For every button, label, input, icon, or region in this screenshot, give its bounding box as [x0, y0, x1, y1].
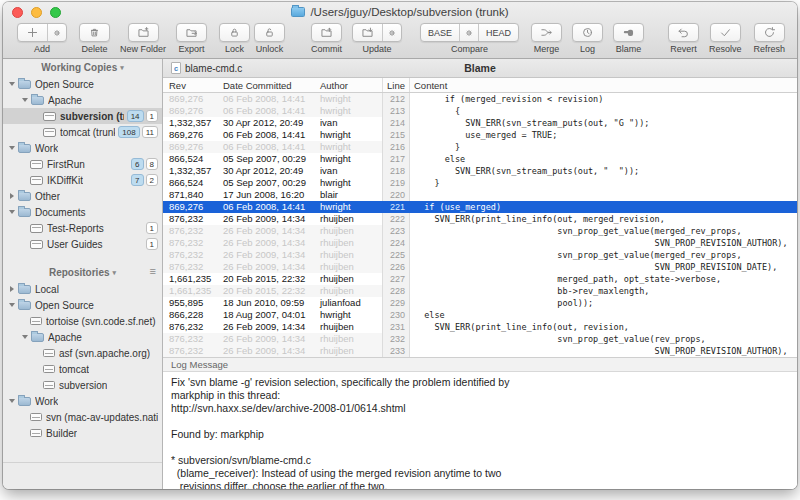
column-header-line[interactable]: Line [382, 78, 410, 92]
segment-head[interactable]: HEAD [478, 24, 518, 41]
folder-commit-icon[interactable] [312, 24, 341, 41]
repositories-item-work[interactable]: Work [3, 393, 162, 409]
blame-row-line-212[interactable]: 869,27606 Feb 2008, 14:41hwright212 if (… [163, 93, 797, 105]
merge-icon[interactable] [532, 24, 561, 41]
close-button[interactable] [12, 7, 23, 18]
working-copies-item-test-reports[interactable]: Test-Reports1 [3, 220, 162, 236]
blame-row-line-233[interactable]: 876,23226 Feb 2009, 14:34rhuijben233 SVN… [163, 345, 797, 357]
blame-row-line-226[interactable]: 876,23226 Feb 2009, 14:34rhuijben226 SVN… [163, 261, 797, 273]
refresh-icon[interactable] [755, 24, 784, 41]
repositories-item-svn-mac-av-updates-nati[interactable]: svn (mac-av-updates.nati… [3, 409, 162, 425]
toolbar-commit-button[interactable] [311, 23, 342, 42]
repositories-item-asf-svn-apache-org[interactable]: asf (svn.apache.org) [3, 345, 162, 361]
repositories-item-local[interactable]: Local [3, 281, 162, 297]
repositories-item-tomcat[interactable]: tomcat [3, 361, 162, 377]
blame-row-line-219[interactable]: 866,52405 Sep 2007, 00:29hwright219 } [163, 177, 797, 189]
blame-row-line-227[interactable]: 1,661,23520 Feb 2015, 22:32rhuijben227 m… [163, 273, 797, 285]
working-copies-item-documents[interactable]: Documents [3, 204, 162, 220]
undo-icon[interactable] [669, 24, 698, 41]
toolbar-new-folder-button[interactable] [128, 23, 159, 42]
blame-row-line-231[interactable]: 876,23226 Feb 2009, 14:34rhuijben231 SVN… [163, 321, 797, 333]
folder-export-icon[interactable] [177, 24, 206, 41]
blame-row-line-215[interactable]: 869,27606 Feb 2008, 14:41hwright215 use_… [163, 129, 797, 141]
toolbar-add-button[interactable] [17, 23, 67, 42]
gear-icon[interactable] [382, 24, 401, 41]
working-copies-item-user-guides[interactable]: User Guides1 [3, 236, 162, 252]
blame-row-line-221[interactable]: 869,27606 Feb 2008, 14:41hwright221 if (… [163, 201, 797, 213]
toolbar-export-button[interactable] [176, 23, 207, 42]
blame-row-line-214[interactable]: 1,332,35730 Apr 2012, 20:49ivan214 SVN_E… [163, 117, 797, 129]
disclosure-triangle[interactable] [9, 210, 15, 214]
blame-row-line-218[interactable]: 1,332,35730 Apr 2012, 20:49ivan218 SVN_E… [163, 165, 797, 177]
toolbar-log-button[interactable] [572, 23, 603, 42]
blame-row-line-213[interactable]: 869,27606 Feb 2008, 14:41hwright213 { [163, 105, 797, 117]
minimize-button[interactable] [31, 7, 42, 18]
repositories-item-subversion[interactable]: subversion [3, 377, 162, 393]
gear-icon[interactable] [459, 24, 478, 41]
repositories-item-tortoise-svn-code-sf-net[interactable]: tortoise (svn.code.sf.net) [3, 313, 162, 329]
unlock-icon[interactable] [255, 24, 284, 41]
hand-icon[interactable] [614, 24, 643, 41]
working-copies-item-other[interactable]: Other [3, 188, 162, 204]
blame-row-line-217[interactable]: 866,52405 Sep 2007, 00:29hwright217 else [163, 153, 797, 165]
working-copies-item-work[interactable]: Work [3, 140, 162, 156]
disclosure-triangle[interactable] [9, 303, 15, 307]
blame-row-line-229[interactable]: 955,89518 Jun 2010, 09:59julianfoad229 p… [163, 297, 797, 309]
working-copies-item-apache[interactable]: Apache [3, 92, 162, 108]
segment-base[interactable]: BASE [421, 24, 459, 41]
blame-row-line-232[interactable]: 876,23226 Feb 2009, 14:34rhuijben232 svn… [163, 333, 797, 345]
working-copies-item-subversion-trunk[interactable]: subversion (trunk)141 [3, 108, 162, 124]
toolbar-unlock-button[interactable] [254, 23, 285, 42]
disclosure-triangle[interactable] [9, 146, 15, 150]
folder-update-icon[interactable] [353, 24, 382, 41]
zoom-button[interactable] [50, 7, 61, 18]
toolbar-compare-button[interactable]: BASEHEAD [420, 23, 519, 42]
toolbar-revert-button[interactable] [668, 23, 699, 42]
disclosure-triangle[interactable] [10, 286, 14, 292]
repositories-item-open-source[interactable]: Open Source [3, 297, 162, 313]
clock-icon[interactable] [573, 24, 602, 41]
blame-row-line-220[interactable]: 871,84017 Jun 2008, 16:20blair220 [163, 189, 797, 201]
disclosure-triangle[interactable] [22, 98, 28, 102]
toolbar-lock-button[interactable] [219, 23, 250, 42]
count-badge: 11 [142, 126, 158, 138]
gear-icon[interactable] [47, 24, 66, 41]
disclosure-triangle[interactable] [9, 82, 15, 86]
column-header-date-committed[interactable]: Date Committed [221, 80, 318, 91]
blame-row-line-216[interactable]: 869,27606 Feb 2008, 14:41hwright216 } [163, 141, 797, 153]
tab-blame-cmd-c[interactable]: c blame-cmd.c [171, 62, 242, 74]
column-header-content[interactable]: Content [410, 80, 797, 91]
toolbar-update-button[interactable] [352, 23, 402, 42]
blame-row-line-224[interactable]: 876,23226 Feb 2009, 14:34rhuijben224 SVN… [163, 237, 797, 249]
repositories-item-apache[interactable]: Apache [3, 329, 162, 345]
working-copies-item-firstrun[interactable]: FirstRun68 [3, 156, 162, 172]
working-copies-item-ikdiffkit[interactable]: IKDiffKit72 [3, 172, 162, 188]
toolbar-blame-button[interactable] [613, 23, 644, 42]
column-header-rev[interactable]: Rev [163, 80, 221, 91]
check-icon[interactable] [711, 24, 740, 41]
toolbar-merge-button[interactable] [531, 23, 562, 42]
lock-icon[interactable] [220, 24, 249, 41]
trash-icon[interactable] [80, 24, 109, 41]
blame-row-line-223[interactable]: 876,23226 Feb 2009, 14:34rhuijben223 svn… [163, 225, 797, 237]
working-copies-item-open-source[interactable]: Open Source [3, 76, 162, 92]
blame-row-line-222[interactable]: 876,23226 Feb 2009, 14:34rhuijben222 SVN… [163, 213, 797, 225]
section-menu-icon[interactable]: ≡ [150, 265, 156, 277]
blame-row-line-225[interactable]: 876,23226 Feb 2009, 14:34rhuijben225 svn… [163, 249, 797, 261]
disclosure-triangle[interactable] [9, 399, 15, 403]
plus-icon[interactable] [18, 24, 47, 41]
working-copies-item-tomcat-trunk[interactable]: tomcat (trunk)10811 [3, 124, 162, 140]
repositories-header[interactable]: Repositories ▾ ≡ [3, 264, 162, 281]
working-copies-header[interactable]: Working Copies ▾ [3, 59, 162, 76]
disclosure-triangle[interactable] [22, 335, 28, 339]
disclosure-triangle[interactable] [10, 193, 14, 199]
blame-row-line-228[interactable]: 1,661,23520 Feb 2015, 22:32rhuijben228 b… [163, 285, 797, 297]
toolbar-delete-button[interactable] [79, 23, 110, 42]
toolbar-resolve-button[interactable] [710, 23, 741, 42]
toolbar-refresh-button[interactable] [754, 23, 785, 42]
column-header-author[interactable]: Author [318, 80, 382, 91]
blame-row-line-230[interactable]: 866,22818 Aug 2007, 04:01hwright230 else [163, 309, 797, 321]
folder-new-icon[interactable] [129, 24, 158, 41]
repositories-item-builder[interactable]: Builder [3, 425, 162, 441]
toolbar-label: Commit [311, 44, 342, 54]
